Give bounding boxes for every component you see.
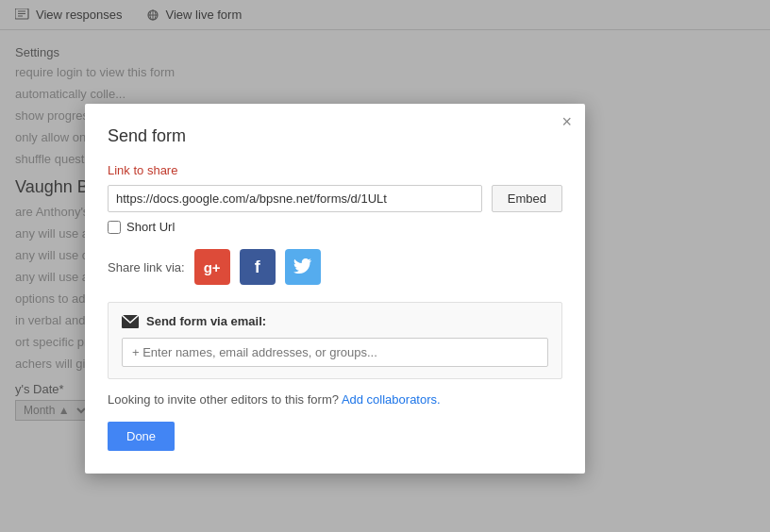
modal-close-button[interactable]: ×: [561, 113, 572, 130]
email-input[interactable]: [122, 338, 548, 367]
twitter-icon: [293, 258, 312, 276]
email-section-title-text: Send form via email:: [146, 314, 266, 328]
modal-title: Send form: [108, 126, 562, 146]
invite-text-content: Looking to invite other editors to this …: [108, 392, 339, 407]
facebook-icon: f: [255, 258, 260, 277]
google-plus-icon: g+: [204, 259, 221, 275]
twitter-button[interactable]: [285, 249, 321, 285]
google-plus-button[interactable]: g+: [194, 249, 230, 285]
link-input[interactable]: [108, 185, 482, 212]
add-collaborators-link[interactable]: Add collaborators.: [342, 392, 441, 407]
share-row: Share link via: g+ f: [108, 249, 562, 285]
short-url-row: Short Url: [108, 220, 562, 234]
link-row: Embed: [108, 185, 562, 212]
share-label: Share link via:: [108, 260, 185, 274]
email-section: Send form via email:: [108, 302, 562, 379]
facebook-button[interactable]: f: [240, 249, 276, 285]
embed-button[interactable]: Embed: [492, 185, 562, 212]
invite-text: Looking to invite other editors to this …: [108, 392, 562, 407]
send-form-modal: × Send form Link to share Embed Short Ur…: [85, 104, 585, 474]
short-url-label: Short Url: [126, 220, 175, 234]
email-section-title: Send form via email:: [122, 314, 548, 328]
envelope-icon: [122, 315, 139, 328]
done-button[interactable]: Done: [108, 422, 175, 451]
short-url-checkbox[interactable]: [108, 221, 121, 234]
link-section-label: Link to share: [108, 163, 562, 177]
